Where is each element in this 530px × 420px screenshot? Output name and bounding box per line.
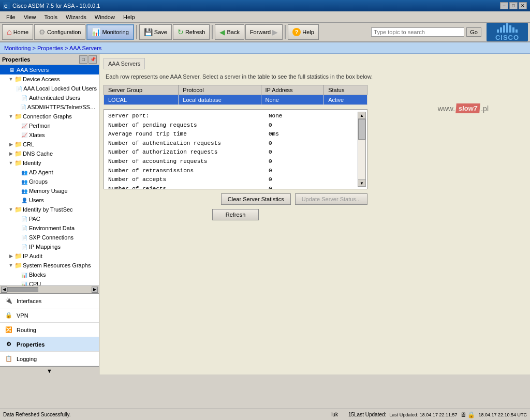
down-arrow-icon: ▼ — [47, 368, 52, 374]
tab-label: Logging — [17, 356, 37, 362]
table-row[interactable]: LOCALLocal databaseNoneActive — [104, 95, 367, 105]
menu-view[interactable]: View — [20, 13, 40, 21]
sidebar-item-conn-graphs[interactable]: ▼ 📁 Connection Graphs — [0, 112, 99, 121]
tree-label: AAA Servers — [17, 67, 49, 73]
sidebar-tab-properties[interactable]: ⚙ Properties — [0, 337, 99, 352]
sidebar-item-perfmon[interactable]: 📈 Perfmon — [0, 121, 99, 130]
menu-tools[interactable]: Tools — [40, 13, 62, 21]
stats-label: Number of pending requests — [108, 121, 269, 130]
titlebar-controls[interactable]: – □ ✕ — [500, 2, 527, 9]
stats-box: Server port:NoneNumber of pending reques… — [104, 109, 367, 189]
sidebar-hscroll[interactable]: ◀ ▶ — [0, 286, 99, 293]
sidebar-scroll-down-button[interactable]: ▼ — [0, 366, 99, 374]
sidebar-item-ip-audit[interactable]: ▶ 📁 IP Audit — [0, 251, 99, 261]
tree-label: Groups — [29, 178, 48, 185]
sidebar-item-pac[interactable]: 📄 PAC — [0, 214, 99, 223]
menu-wizards[interactable]: Wizards — [62, 13, 91, 21]
refresh-button[interactable]: ↻ Refresh — [173, 24, 210, 40]
sidebar-item-asdm-https[interactable]: 📄 ASDM/HTTPS/Telnet/SSH Se... — [0, 102, 99, 112]
search-button[interactable]: Go — [466, 27, 481, 37]
scroll-right-button[interactable]: ▶ — [92, 287, 98, 293]
watermark-tld: .pl — [481, 104, 489, 113]
sidebar-item-sxp-conn[interactable]: 📄 SXP Connections — [0, 233, 99, 242]
search-input[interactable] — [371, 27, 464, 37]
sidebar-item-aaa-local[interactable]: 📄 AAA Local Locked Out Users — [0, 84, 99, 93]
content-refresh-button[interactable]: Refresh — [212, 209, 259, 220]
sxp-icon: 📄 — [21, 234, 28, 241]
sidebar-tab-vpn[interactable]: 🔒 VPN — [0, 308, 99, 323]
separator-2 — [212, 25, 213, 39]
sidebar-item-sys-res-graphs[interactable]: ▼ 📁 System Resources Graphs — [0, 261, 99, 270]
stats-scrollbar[interactable]: ▲ ▼ — [358, 112, 366, 187]
sidebar-item-blocks[interactable]: 📊 Blocks — [0, 270, 99, 279]
panel-description: Each row represents one AAA Server. Sele… — [106, 73, 526, 80]
maximize-button[interactable]: □ — [509, 2, 518, 9]
tree-label: Environment Data — [29, 225, 75, 231]
expand-icon: ▶ — [8, 142, 13, 147]
home-button[interactable]: ⌂ Home — [2, 24, 33, 40]
monitoring-button[interactable]: 📊 Monitoring — [86, 24, 134, 40]
folder-icon: 📁 — [14, 150, 22, 157]
help-button[interactable]: ? Help — [288, 24, 319, 40]
tree-label: Blocks — [29, 272, 46, 278]
minimize-button[interactable]: – — [500, 2, 508, 9]
sidebar-restore-button[interactable]: □ — [79, 55, 87, 64]
scroll-thumb[interactable] — [7, 287, 38, 292]
scroll-left-button[interactable]: ◀ — [1, 287, 7, 293]
separator-3 — [285, 25, 286, 39]
sidebar-item-ip-mappings[interactable]: 📄 IP Mappings — [0, 242, 99, 251]
sidebar-tab-interfaces[interactable]: 🔌 Interfaces — [0, 294, 99, 308]
sidebar-tab-routing[interactable]: 🔀 Routing — [0, 323, 99, 337]
sidebar-item-dns-cache[interactable]: ▶ 📁 DNS Cache — [0, 149, 99, 158]
tab-label: Properties — [17, 341, 45, 348]
sidebar-item-identity-trustsec[interactable]: ▼ 📁 Identity by TrustSec — [0, 205, 99, 214]
tree-label: AD Agent — [29, 169, 53, 175]
menu-help[interactable]: Help — [119, 13, 139, 21]
forward-button[interactable]: Forward ▶ — [245, 24, 283, 40]
tree-label: SXP Connections — [29, 234, 73, 241]
sidebar-tab-logging[interactable]: 📋 Logging — [0, 352, 99, 366]
menu-file[interactable]: File — [2, 13, 20, 21]
ad-icon: 👥 — [21, 169, 28, 176]
update-server-button[interactable]: Update Server Status... — [295, 193, 367, 205]
clear-server-button[interactable]: Clear Server Statistics — [221, 193, 291, 205]
sidebar-item-cpu[interactable]: 📊 CPU — [0, 279, 99, 286]
stats-label: Server port: — [108, 112, 269, 121]
page-icon: 📄 — [16, 85, 22, 92]
sidebar-item-ad-agent[interactable]: 👥 AD Agent — [0, 168, 99, 177]
sidebar-item-env-data[interactable]: 📄 Environment Data — [0, 223, 99, 233]
menu-window[interactable]: Window — [91, 13, 119, 21]
scroll-track[interactable] — [358, 119, 366, 179]
stats-row: Number of rejects0 — [108, 185, 363, 189]
server-icon: 🖥 — [8, 66, 16, 73]
sidebar-item-identity[interactable]: ▼ 📁 Identity — [0, 158, 99, 168]
sidebar-item-groups[interactable]: 👥 Groups — [0, 177, 99, 186]
sidebar-item-device-access[interactable]: ▼ 📁 Device Access — [0, 74, 99, 84]
scroll-thumb[interactable] — [358, 119, 365, 140]
close-button[interactable]: ✕ — [519, 2, 527, 9]
refresh-button-row: Refresh — [104, 209, 367, 220]
sidebar-item-auth-users[interactable]: 📄 Authenticated Users — [0, 93, 99, 102]
cisco-logo: CISCO — [487, 23, 528, 41]
stats-row: Server port:None — [108, 112, 363, 121]
sidebar-item-xlates[interactable]: 📈 Xlates — [0, 130, 99, 140]
stats-value: 0 — [269, 139, 300, 148]
stats-label: Number of authorization requests — [108, 148, 269, 157]
sidebar-pin-button[interactable]: 📌 — [89, 55, 97, 64]
sidebar-item-crl[interactable]: ▶ 📁 CRL — [0, 140, 99, 149]
scroll-up-arrow[interactable]: ▲ — [358, 112, 366, 119]
configuration-button[interactable]: ⚙ Configuration — [34, 24, 85, 40]
config-icon: ⚙ — [39, 28, 46, 36]
watermark-brand: slow7 — [455, 103, 480, 113]
stats-value: 0 — [269, 157, 300, 167]
sidebar-item-users[interactable]: 👤 Users — [0, 196, 99, 205]
titlebar-title: C Cisco ASDM 7.5 for ASA - 10.0.0.1 — [3, 2, 100, 9]
sidebar-item-memory-usage[interactable]: 👥 Memory Usage — [0, 186, 99, 196]
stats-label: Average round trip time — [108, 130, 269, 139]
sidebar-item-aaa-servers[interactable]: 🖥 AAA Servers — [0, 65, 99, 74]
scroll-down-arrow[interactable]: ▼ — [358, 179, 366, 187]
expand-icon: ▶ — [8, 253, 13, 259]
save-button[interactable]: 💾 Save — [139, 24, 172, 40]
tree-label: System Resources Graphs — [23, 262, 91, 268]
back-button[interactable]: ◀ Back — [215, 24, 244, 40]
